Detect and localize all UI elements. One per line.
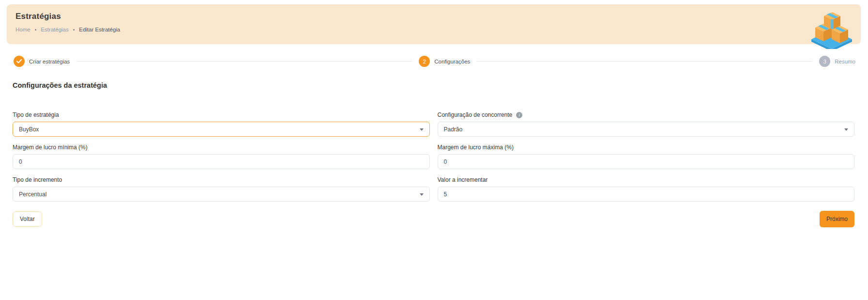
- field-label: Tipo de estratégia: [13, 111, 430, 118]
- chevron-down-icon: [420, 128, 424, 131]
- stepper-connector: [76, 61, 412, 62]
- field-tipo-de-estrategia: Tipo de estratégia BuyBox: [13, 111, 430, 137]
- step-label: Resumo: [835, 59, 855, 64]
- breadcrumb-separator: •: [73, 27, 75, 32]
- field-label: Margem de lucro máxima (%): [438, 144, 855, 151]
- info-icon[interactable]: i: [516, 112, 522, 118]
- stepper-step-configuracoes[interactable]: 2 Configurações: [419, 56, 470, 67]
- breadcrumb-estrategias[interactable]: Estratégias: [41, 27, 69, 32]
- field-valor-a-incrementar: Valor a incrementar: [438, 176, 855, 202]
- step-active-circle: 2: [419, 56, 430, 67]
- field-label: Configuração de concorrente i: [438, 111, 855, 118]
- next-button[interactable]: Próximo: [820, 211, 854, 227]
- field-label-text: Tipo de incremento: [13, 176, 62, 183]
- field-label-text: Margem de lucro máxima (%): [438, 144, 514, 151]
- field-label-text: Margem de lucro mínima (%): [13, 144, 88, 151]
- back-button[interactable]: Voltar: [13, 211, 42, 227]
- page-title: Estratégias: [15, 12, 850, 21]
- field-label-text: Tipo de estratégia: [13, 111, 59, 118]
- breadcrumb: Home • Estratégias • Editar Estratégia: [15, 27, 850, 32]
- margem-lucro-minima-input[interactable]: [13, 154, 430, 169]
- field-label: Tipo de incremento: [13, 176, 430, 183]
- check-icon: [16, 59, 22, 63]
- valor-a-incrementar-input[interactable]: [438, 187, 855, 202]
- step-label: Criar estratégias: [29, 59, 70, 64]
- tipo-de-estrategia-select[interactable]: BuyBox: [13, 122, 430, 137]
- field-tipo-de-incremento: Tipo de incremento Percentual: [13, 176, 430, 202]
- boxes-logo: [809, 9, 854, 49]
- strategy-form: Tipo de estratégia BuyBox Configuração d…: [13, 111, 854, 202]
- field-margem-lucro-minima: Margem de lucro mínima (%): [13, 144, 430, 169]
- step-completed-circle: [14, 56, 25, 67]
- chevron-down-icon: [420, 193, 424, 196]
- field-margem-lucro-maxima: Margem de lucro máxima (%): [438, 144, 855, 169]
- stepper-step-resumo[interactable]: 3 Resumo: [819, 56, 855, 67]
- stepper: Criar estratégias 2 Configurações 3 Resu…: [14, 56, 855, 67]
- select-value: Padrão: [444, 126, 463, 133]
- breadcrumb-current: Editar Estratégia: [79, 27, 120, 32]
- page-header: Estratégias Home • Estratégias • Editar …: [7, 4, 861, 44]
- margem-lucro-maxima-input[interactable]: [438, 154, 855, 169]
- field-label-text: Configuração de concorrente: [438, 111, 513, 118]
- chevron-down-icon: [844, 128, 848, 131]
- field-label: Margem de lucro mínima (%): [13, 144, 430, 151]
- breadcrumb-separator: •: [35, 27, 37, 32]
- step-label: Configurações: [434, 59, 470, 64]
- configuracao-de-concorrente-select[interactable]: Padrão: [438, 122, 855, 137]
- select-value: Percentual: [19, 191, 46, 198]
- field-configuracao-de-concorrente: Configuração de concorrente i Padrão: [438, 111, 855, 137]
- stepper-connector: [477, 61, 812, 62]
- select-value: BuyBox: [19, 126, 39, 133]
- section-title: Configurações da estratégia: [13, 81, 868, 89]
- step-upcoming-circle: 3: [819, 56, 830, 67]
- field-label: Valor a incrementar: [438, 176, 855, 183]
- breadcrumb-home[interactable]: Home: [15, 27, 30, 32]
- form-actions: Voltar Próximo: [13, 211, 854, 227]
- tipo-de-incremento-select[interactable]: Percentual: [13, 187, 430, 202]
- stepper-step-criar-estrategias[interactable]: Criar estratégias: [14, 56, 70, 67]
- field-label-text: Valor a incrementar: [438, 176, 488, 183]
